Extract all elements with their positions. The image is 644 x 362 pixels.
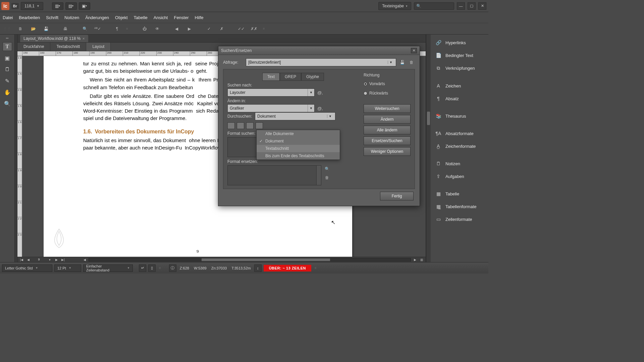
fewer-options-button[interactable]: Weniger Optionen xyxy=(364,147,411,156)
view-mode-icon-2[interactable]: ▤ ▾ xyxy=(65,2,77,10)
scope-option[interactable]: Alle Dokumente xyxy=(257,130,340,137)
change-all-button[interactable]: Alle ändern xyxy=(364,126,411,134)
bridge-badge[interactable]: Br xyxy=(11,3,19,9)
direction-backward-radio[interactable]: Rückwärts xyxy=(364,91,411,96)
edit-format-icon[interactable]: 🔍 xyxy=(324,167,330,172)
include-master-icon[interactable] xyxy=(246,122,254,129)
page-dropdown-icon[interactable]: ▾ xyxy=(47,258,52,262)
zoom-tool-icon[interactable]: 🔍 xyxy=(3,99,12,108)
last-page-icon[interactable]: ▶| xyxy=(60,258,66,262)
special-char-icon[interactable]: @‚ xyxy=(317,106,323,111)
power-icon[interactable]: ⏻ xyxy=(140,25,150,33)
depth-icon[interactable]: ↕ xyxy=(254,264,262,272)
eye-icon[interactable]: 👁 xyxy=(152,25,162,33)
view-tab-textabschnitt[interactable]: Textabschnitt xyxy=(50,43,86,51)
panel-tabellenformate[interactable]: ▦̲Tabellenformate xyxy=(431,201,488,212)
menu-ansicht[interactable]: Ansicht xyxy=(154,15,168,20)
dialog-close-icon[interactable]: ✕ xyxy=(411,48,417,53)
eyedropper-icon[interactable]: ✎ xyxy=(3,76,12,85)
done-button[interactable]: Fertig xyxy=(380,192,414,200)
maximize-button[interactable]: ▢ xyxy=(468,2,476,10)
panel-thesaurus[interactable]: 📚Thesaurus xyxy=(431,111,488,121)
hand-tool-icon[interactable]: ✋ xyxy=(3,88,12,97)
view-mode-icon-3[interactable]: ▣ ▾ xyxy=(79,2,90,10)
split-view-icon[interactable]: ▥ xyxy=(419,258,424,262)
print-icon[interactable]: 🖶 xyxy=(60,25,70,33)
include-footnotes-icon[interactable] xyxy=(256,122,263,129)
pilcrow-icon[interactable]: ¶ xyxy=(112,25,122,33)
panel-zeichenformate[interactable]: A̲Zeichenformate xyxy=(431,141,488,152)
panel-notizen[interactable]: 🗒Notizen xyxy=(431,158,488,169)
menu-bearbeiten[interactable]: Bearbeiten xyxy=(19,15,40,20)
scope-combo[interactable]: Dokument ▼ xyxy=(255,112,335,120)
menu-aenderungen[interactable]: Änderungen xyxy=(85,15,109,20)
special-char-icon[interactable]: @‚ xyxy=(317,90,323,95)
open-icon[interactable]: 📂 xyxy=(28,25,38,33)
menu-hilfe[interactable]: Hilfe xyxy=(195,15,204,20)
save-query-icon[interactable]: 💾 xyxy=(399,60,406,65)
document-tab[interactable]: Layout_Workflow.indd @ 118 % × xyxy=(20,35,88,42)
save-icon[interactable]: 💾 xyxy=(41,25,51,33)
panel-bedingter text[interactable]: 📄Bedingter Text xyxy=(431,50,488,61)
find-next-button[interactable]: Weitersuchen xyxy=(364,104,411,113)
find-icon[interactable]: 🔍 xyxy=(80,25,90,33)
workspace-switcher[interactable]: Texteingabe ▾ xyxy=(378,2,411,10)
change-find-button[interactable]: Ersetzen/Suchen xyxy=(364,136,411,145)
close-tab-icon[interactable]: × xyxy=(83,37,85,41)
prev-page-icon[interactable]: ◀ xyxy=(25,258,31,262)
menu-objekt[interactable]: Objekt xyxy=(115,15,128,20)
horizontal-scrollbar[interactable] xyxy=(89,258,411,261)
first-page-icon[interactable]: |◀ xyxy=(19,258,24,262)
accept-all-icon[interactable]: ✓✓ xyxy=(236,25,246,33)
tab-text[interactable]: Text xyxy=(262,73,280,81)
panel-verknüpfungen[interactable]: ⧉Verknüpfungen xyxy=(431,63,488,74)
menu-tabelle[interactable]: Tabelle xyxy=(134,15,148,20)
change-input[interactable]: Grafiker ▼ xyxy=(227,104,315,112)
clear-format-icon[interactable]: 🗑 xyxy=(324,175,330,181)
minimize-button[interactable]: — xyxy=(457,2,465,10)
panel-absatz[interactable]: ¶Absatz xyxy=(431,93,488,104)
chevron-down-icon[interactable]: ▼ xyxy=(308,89,314,96)
view-tab-layout[interactable]: Layout xyxy=(86,43,111,51)
page-break-icon[interactable]: ▯ xyxy=(148,264,156,272)
panel-tabelle[interactable]: ▦Tabelle xyxy=(431,188,488,199)
scope-option[interactable]: Dokument xyxy=(257,137,340,145)
scope-option[interactable]: Bis zum Ende des Textabschnitts xyxy=(257,152,340,160)
next-page-icon[interactable]: ▶ xyxy=(54,258,59,262)
tab-glyphe[interactable]: Glyphe xyxy=(301,73,324,81)
column-break-icon[interactable]: ↵ xyxy=(139,264,146,272)
spellcheck-icon[interactable]: ᴬᴮ✓ xyxy=(93,25,103,33)
close-button[interactable]: ✕ xyxy=(478,2,486,10)
find-input[interactable]: Layouter ▼ xyxy=(227,88,315,97)
view-mode-icon-1[interactable]: ▥ ▾ xyxy=(52,2,63,10)
type-tool-icon[interactable]: T xyxy=(3,42,12,51)
delete-query-icon[interactable]: 🗑 xyxy=(408,60,415,65)
direct-select-icon[interactable]: ▣ xyxy=(3,54,12,62)
include-locked-icon[interactable] xyxy=(227,122,235,129)
menu-fenster[interactable]: Fenster xyxy=(174,15,189,20)
font-size-combo[interactable]: 12 Pt▼ xyxy=(54,264,81,272)
tab-grep[interactable]: GREP xyxy=(280,73,301,81)
direction-forward-radio[interactable]: Vorwärts xyxy=(364,81,411,86)
include-hidden-icon[interactable] xyxy=(237,122,244,129)
zoom-combo[interactable]: 118,1 ▼ xyxy=(21,2,43,10)
note-tool-icon[interactable]: 🗒 xyxy=(3,65,12,74)
panel-zeichen[interactable]: AZeichen xyxy=(431,80,488,91)
menu-notizen[interactable]: Notizen xyxy=(64,15,79,20)
scroll-left-icon[interactable]: ◀ xyxy=(82,258,87,262)
change-format-box[interactable] xyxy=(227,165,321,185)
help-search[interactable]: 🔍 xyxy=(414,2,454,10)
scope-option[interactable]: Textabschnitt xyxy=(257,145,340,152)
dialog-titlebar[interactable]: Suchen/Ersetzen ✕ xyxy=(218,46,420,55)
menu-schrift[interactable]: Schrift xyxy=(46,15,58,20)
font-family-combo[interactable]: Letter Gothic Std▼ xyxy=(2,264,52,272)
new-doc-icon[interactable]: 🗎 xyxy=(15,25,25,33)
panel-aufgaben[interactable]: ⇪Aufgaben xyxy=(431,171,488,182)
query-combo[interactable]: [Benutzerdefiniert] ▼ xyxy=(246,58,396,66)
next-change-icon[interactable]: ▶ xyxy=(184,25,195,33)
panel-zellenformate[interactable]: ▭Zellenformate xyxy=(431,214,488,225)
vertical-scrollbar[interactable] xyxy=(426,35,431,262)
leading-combo[interactable]: Einfacher Zeilenabstand▼ xyxy=(83,264,133,272)
chevron-down-icon[interactable]: ▼ xyxy=(308,105,314,112)
accept-icon[interactable]: ✓ xyxy=(204,25,214,33)
